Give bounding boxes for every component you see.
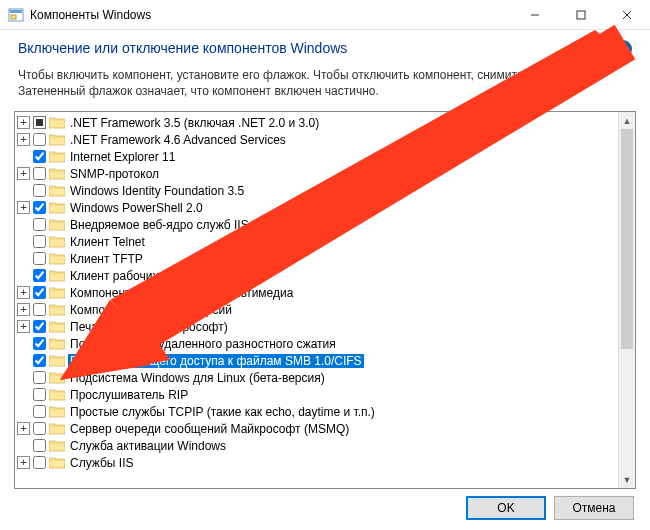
cancel-button[interactable]: Отмена (554, 496, 634, 520)
feature-checkbox[interactable] (33, 354, 46, 367)
folder-icon (49, 439, 65, 452)
expand-toggle[interactable]: + (17, 422, 30, 435)
header: ? Включение или отключение компонентов W… (0, 30, 650, 64)
feature-checkbox[interactable] (33, 422, 46, 435)
feature-checkbox[interactable] (33, 218, 46, 231)
expand-toggle[interactable]: + (17, 201, 30, 214)
feature-checkbox[interactable] (33, 456, 46, 469)
feature-label: Прослушиватель RIP (68, 388, 190, 402)
folder-icon (49, 422, 65, 435)
expand-toggle (17, 354, 30, 367)
feature-checkbox[interactable] (33, 252, 46, 265)
expand-toggle (17, 388, 30, 401)
feature-label: Клиент TFTP (68, 252, 145, 266)
ok-button[interactable]: OK (466, 496, 546, 520)
feature-checkbox[interactable] (33, 286, 46, 299)
help-icon[interactable]: ? (614, 40, 632, 58)
feature-checkbox[interactable] (33, 133, 46, 146)
tree-item[interactable]: Прослушиватель RIP (17, 386, 618, 403)
feature-checkbox[interactable] (33, 269, 46, 282)
tree-item[interactable]: Клиент Telnet (17, 233, 618, 250)
minimize-button[interactable] (512, 0, 558, 30)
feature-label: Внедряемое веб-ядро служб IIS (68, 218, 251, 232)
folder-icon (49, 150, 65, 163)
tree-item[interactable]: Windows Identity Foundation 3.5 (17, 182, 618, 199)
feature-checkbox[interactable] (33, 167, 46, 180)
feature-checkbox[interactable] (33, 201, 46, 214)
feature-checkbox[interactable] (33, 150, 46, 163)
folder-icon (49, 116, 65, 129)
folder-icon (49, 456, 65, 469)
tree-viewport[interactable]: +.NET Framework 3.5 (включая .NET 2.0 и … (15, 112, 618, 488)
feature-checkbox[interactable] (33, 371, 46, 384)
instruction-text: Включение или отключение компонентов Win… (18, 40, 347, 56)
tree-item[interactable]: Служба активации Windows (17, 437, 618, 454)
svg-rect-1 (10, 10, 22, 13)
svg-rect-2 (11, 15, 16, 19)
expand-toggle (17, 184, 30, 197)
tree-item[interactable]: Внедряемое веб-ядро служб IIS (17, 216, 618, 233)
feature-label: Службы IIS (68, 456, 135, 470)
feature-tree: +.NET Framework 3.5 (включая .NET 2.0 и … (14, 111, 636, 489)
tree-item[interactable]: Клиент рабочих папок (17, 267, 618, 284)
feature-checkbox[interactable] (33, 116, 46, 129)
description-text: Чтобы включить компонент, установите его… (0, 64, 650, 107)
tree-item[interactable]: Подсистема Windows для Linux (бета-верси… (17, 369, 618, 386)
feature-checkbox[interactable] (33, 439, 46, 452)
tree-item[interactable]: +SNMP-протокол (17, 165, 618, 182)
feature-checkbox[interactable] (33, 320, 46, 333)
vertical-scrollbar[interactable]: ▲ ▼ (618, 112, 635, 488)
expand-toggle (17, 371, 30, 384)
scrollbar-thumb[interactable] (621, 129, 633, 349)
tree-item[interactable]: Internet Explorer 11 (17, 148, 618, 165)
feature-checkbox[interactable] (33, 235, 46, 248)
folder-icon (49, 303, 65, 316)
tree-item[interactable]: +Печать в PDF (Майкрософт) (17, 318, 618, 335)
tree-item[interactable]: Клиент TFTP (17, 250, 618, 267)
tree-item[interactable]: Поддержка общего доступа к файлам SMB 1.… (17, 352, 618, 369)
feature-checkbox[interactable] (33, 337, 46, 350)
expand-toggle[interactable]: + (17, 320, 30, 333)
tree-item[interactable]: +Компоненты для работы с мультимедиа (17, 284, 618, 301)
folder-icon (49, 286, 65, 299)
feature-label: .NET Framework 3.5 (включая .NET 2.0 и 3… (68, 116, 321, 130)
expand-toggle (17, 252, 30, 265)
tree-item[interactable]: +Службы IIS (17, 454, 618, 471)
feature-checkbox[interactable] (33, 303, 46, 316)
folder-icon (49, 252, 65, 265)
expand-toggle[interactable]: + (17, 456, 30, 469)
folder-icon (49, 201, 65, 214)
expand-toggle[interactable]: + (17, 133, 30, 146)
folder-icon (49, 388, 65, 401)
scroll-up-arrow-icon[interactable]: ▲ (619, 112, 635, 129)
folder-icon (49, 235, 65, 248)
titlebar: Компоненты Windows (0, 0, 650, 30)
feature-label: Простые службы TCPIP (такие как echo, da… (68, 405, 377, 419)
maximize-button[interactable] (558, 0, 604, 30)
tree-item[interactable]: +Windows PowerShell 2.0 (17, 199, 618, 216)
scroll-down-arrow-icon[interactable]: ▼ (619, 471, 635, 488)
expand-toggle (17, 439, 30, 452)
tree-item[interactable]: +.NET Framework 3.5 (включая .NET 2.0 и … (17, 114, 618, 131)
expand-toggle[interactable]: + (17, 116, 30, 129)
app-icon (8, 7, 24, 23)
tree-item[interactable]: Простые службы TCPIP (такие как echo, da… (17, 403, 618, 420)
tree-item[interactable]: +Сервер очереди сообщений Майкрософт (MS… (17, 420, 618, 437)
expand-toggle[interactable]: + (17, 167, 30, 180)
feature-checkbox[interactable] (33, 184, 46, 197)
expand-toggle[interactable]: + (17, 286, 30, 299)
tree-item[interactable]: Поддержка API удаленного разностного сжа… (17, 335, 618, 352)
feature-label: Windows PowerShell 2.0 (68, 201, 205, 215)
close-button[interactable] (604, 0, 650, 30)
tree-item[interactable]: +Компоненты прежних версий (17, 301, 618, 318)
feature-checkbox[interactable] (33, 405, 46, 418)
feature-checkbox[interactable] (33, 388, 46, 401)
feature-label: Печать в PDF (Майкрософт) (68, 320, 230, 334)
feature-label: Компоненты прежних версий (68, 303, 234, 317)
dialog-buttons: OK Отмена (466, 496, 634, 520)
tree-item[interactable]: +.NET Framework 4.6 Advanced Services (17, 131, 618, 148)
window-title: Компоненты Windows (30, 8, 512, 22)
expand-toggle[interactable]: + (17, 303, 30, 316)
feature-label: Подсистема Windows для Linux (бета-верси… (68, 371, 327, 385)
folder-icon (49, 269, 65, 282)
